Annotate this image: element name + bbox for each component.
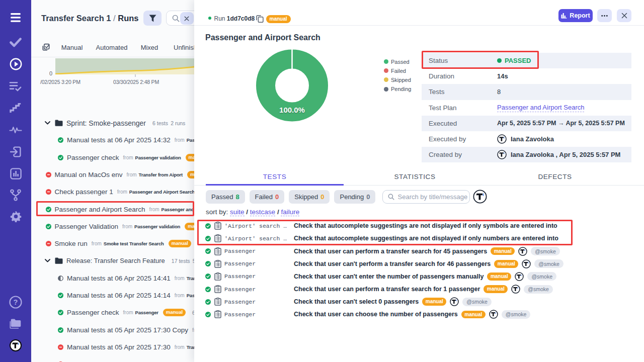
svg-text:?: ? — [14, 298, 18, 306]
